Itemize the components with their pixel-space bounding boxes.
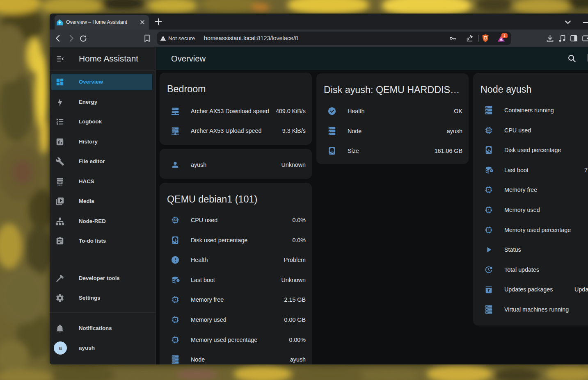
svg-text:HACS: HACS bbox=[57, 184, 62, 186]
svg-text:64: 64 bbox=[487, 129, 490, 132]
svg-text:64: 64 bbox=[174, 219, 177, 222]
